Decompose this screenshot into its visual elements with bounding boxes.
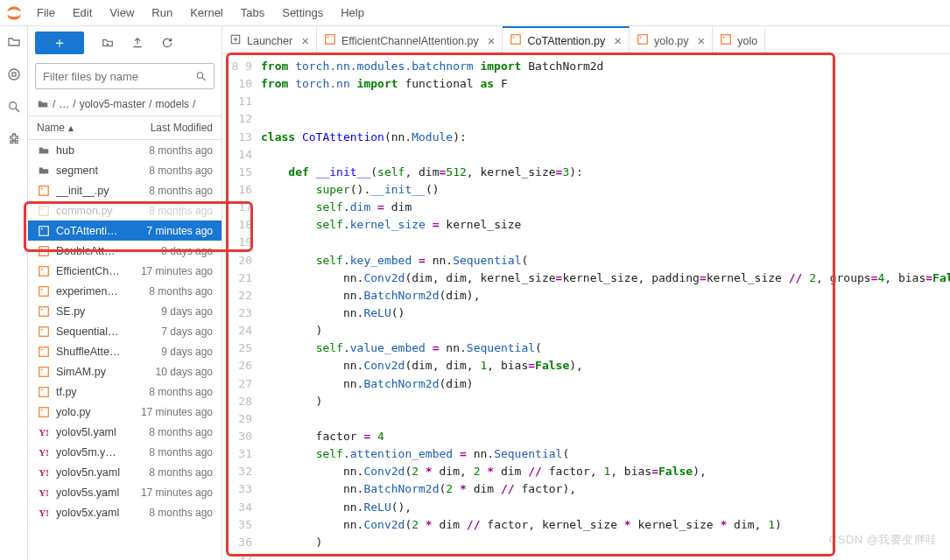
file-name: hub — [56, 144, 144, 157]
menu-kernel[interactable]: Kernel — [181, 3, 232, 23]
menu-view[interactable]: View — [101, 3, 143, 23]
file-browser: ＋ / … / yolov5-master / models / Name▴ L… — [28, 26, 222, 560]
file-name: ShuffleAtte… — [56, 346, 156, 358]
yaml-icon: Y! — [37, 466, 51, 480]
filter-input[interactable] — [43, 70, 190, 83]
file-time: 8 months ago — [149, 164, 213, 177]
close-icon[interactable]: × — [488, 33, 496, 48]
svg-rect-12 — [39, 226, 49, 235]
close-icon[interactable]: × — [301, 33, 309, 48]
file-row[interactable]: Y!yolov5x.yaml8 months ago — [28, 502, 222, 522]
svg-point-23 — [41, 328, 43, 330]
yaml-icon: Y! — [37, 506, 51, 520]
file-time: 8 months ago — [149, 205, 213, 217]
tab[interactable]: Launcher× — [222, 26, 317, 53]
upload-icon[interactable] — [131, 37, 144, 49]
svg-point-27 — [41, 368, 43, 370]
file-row[interactable]: Y!yolov5n.yaml8 months ago — [28, 462, 222, 482]
file-name: __init__.py — [56, 185, 144, 197]
file-time: 8 months ago — [149, 144, 213, 157]
folder-icon — [37, 144, 51, 158]
file-row[interactable]: ShuffleAtte…9 days ago — [28, 341, 222, 361]
refresh-icon[interactable] — [161, 37, 173, 49]
py-icon — [37, 385, 51, 399]
close-icon[interactable]: × — [698, 33, 706, 48]
menu-file[interactable]: File — [28, 3, 64, 23]
new-folder-icon[interactable] — [102, 37, 114, 49]
folder-icon[interactable] — [7, 35, 21, 52]
menubar: FileEditViewRunKernelTabsSettingsHelp — [0, 0, 950, 26]
tab-icon — [229, 33, 242, 48]
file-row[interactable]: EfficientCh…17 minutes ago — [28, 261, 222, 281]
file-name: DoubleAtt… — [56, 245, 156, 257]
activity-bar — [0, 26, 28, 560]
menu-edit[interactable]: Edit — [64, 3, 101, 23]
file-row[interactable]: DoubleAtt…8 days ago — [28, 241, 222, 261]
file-row[interactable]: segment8 months ago — [28, 160, 222, 180]
menu-settings[interactable]: Settings — [273, 3, 332, 23]
file-row[interactable]: Y!yolov5s.yaml17 minutes ago — [28, 482, 222, 502]
svg-point-2 — [9, 102, 16, 109]
file-name: Sequential… — [56, 326, 156, 338]
svg-point-9 — [41, 187, 43, 189]
tab[interactable]: CoTAttention.py× — [503, 26, 629, 53]
file-name: yolov5x.yaml — [56, 507, 144, 519]
file-row[interactable]: SimAM.py10 days ago — [28, 361, 222, 382]
search-glass-icon — [195, 70, 207, 82]
file-row[interactable]: CoTAttenti…7 minutes ago — [28, 220, 222, 241]
new-launcher-button[interactable]: ＋ — [35, 32, 84, 54]
extensions-icon[interactable] — [7, 132, 21, 149]
svg-rect-18 — [39, 286, 49, 296]
tab-label: Launcher — [247, 35, 292, 47]
svg-point-15 — [41, 248, 43, 249]
menu-help[interactable]: Help — [332, 3, 373, 23]
py-icon — [37, 264, 51, 278]
svg-rect-16 — [39, 266, 49, 276]
file-time: 17 minutes ago — [141, 265, 213, 277]
file-time: 8 months ago — [149, 466, 213, 479]
file-row[interactable]: common.py8 months ago — [28, 200, 222, 220]
code-content[interactable]: from torch.nn.modules.batchnorm import B… — [261, 58, 950, 560]
file-row[interactable]: Sequential…7 days ago — [28, 321, 222, 341]
tab[interactable]: yolo.py× — [630, 26, 713, 53]
py-icon — [37, 184, 51, 198]
file-row[interactable]: tf.py8 months ago — [28, 382, 222, 402]
close-icon[interactable]: × — [614, 33, 622, 48]
svg-rect-41 — [721, 35, 731, 45]
file-list-header[interactable]: Name▴ Last Modified — [28, 116, 222, 140]
svg-line-7 — [202, 78, 205, 80]
file-row[interactable]: __init__.py8 months ago — [28, 180, 222, 200]
workarea: ＋ / … / yolov5-master / models / Name▴ L… — [0, 26, 950, 560]
tab-icon — [324, 33, 336, 48]
file-row[interactable]: yolo.py17 minutes ago — [28, 402, 222, 422]
folder-icon — [37, 98, 49, 110]
file-row[interactable]: Y!yolov5l.yaml8 months ago — [28, 422, 222, 442]
file-row[interactable]: Y!yolov5m.y…8 months ago — [28, 442, 222, 462]
file-row[interactable]: SE.py9 days ago — [28, 301, 222, 321]
svg-point-13 — [41, 228, 43, 229]
file-row[interactable]: experimen…8 months ago — [28, 281, 222, 301]
svg-point-42 — [723, 37, 725, 38]
file-toolbar: ＋ — [28, 26, 222, 60]
tab[interactable]: EfficientChannelAttention.py× — [317, 26, 503, 53]
menu-run[interactable]: Run — [143, 3, 181, 23]
svg-point-21 — [41, 308, 43, 310]
menu-tabs[interactable]: Tabs — [232, 3, 273, 23]
yaml-icon: Y! — [37, 486, 51, 500]
file-name: yolo.py — [56, 406, 136, 418]
file-time: 17 minutes ago — [141, 406, 213, 418]
yaml-icon: Y! — [37, 425, 51, 439]
svg-rect-28 — [39, 387, 49, 396]
file-name: yolov5m.y… — [56, 446, 144, 458]
py-icon — [37, 345, 51, 359]
py-icon — [37, 405, 51, 419]
tab-bar: Launcher×EfficientChannelAttention.py×Co… — [222, 26, 950, 54]
running-icon[interactable] — [7, 67, 21, 84]
tab[interactable]: yolo — [713, 26, 765, 53]
svg-rect-10 — [39, 206, 49, 215]
breadcrumb[interactable]: / … / yolov5-master / models / — [28, 93, 222, 116]
code-editor[interactable]: 8 9 10 11 12 13 14 15 16 17 18 19 20 21 … — [222, 54, 950, 560]
search-icon[interactable] — [7, 100, 21, 116]
file-row[interactable]: hub8 months ago — [28, 140, 222, 160]
tab-label: yolo — [737, 35, 757, 47]
